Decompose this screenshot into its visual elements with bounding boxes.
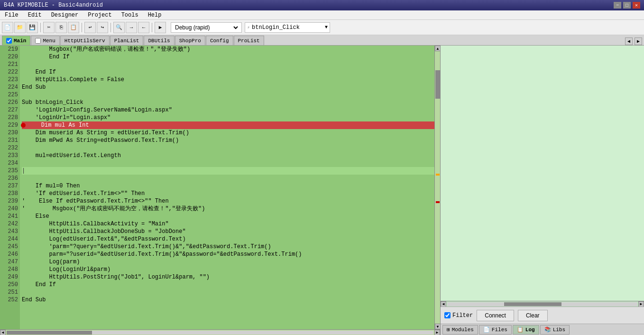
code-line-228[interactable]: 'LoginUrl="Login.aspx" bbox=[22, 114, 434, 121]
menu-help[interactable]: Help bbox=[145, 11, 165, 19]
code-line-243[interactable]: HttpUtils.CallbackJobDoneSub = "JobDone" bbox=[22, 228, 434, 235]
scroll-down-button[interactable]: ▼ bbox=[435, 324, 440, 329]
tab-planlist[interactable]: PlanList bbox=[110, 36, 144, 45]
code-line-227[interactable]: 'LoginUrl=Config.ServerName&"Login.aspx" bbox=[22, 106, 434, 114]
indent-button[interactable]: → bbox=[126, 22, 137, 33]
code-line-229[interactable]: Dim mul As Int bbox=[22, 121, 434, 129]
paste-button[interactable]: 📋 bbox=[68, 22, 79, 33]
outdent-button[interactable]: ← bbox=[138, 22, 149, 33]
hscroll-right-button[interactable]: ▶ bbox=[434, 330, 440, 335]
hscroll-left-button[interactable]: ◀ bbox=[0, 330, 6, 335]
code-line-250[interactable]: End If bbox=[22, 281, 434, 288]
log-tab-modules[interactable]: ⊞ Modules bbox=[442, 325, 478, 335]
code-line-224[interactable]: End Sub bbox=[22, 84, 434, 91]
log-hscroll-left[interactable]: ◀ bbox=[441, 301, 446, 307]
tab-prev-button[interactable]: ◀ bbox=[625, 37, 633, 45]
code-line-239[interactable]: ' Else If edtPassword.Text.Trim<>"" Then bbox=[22, 197, 434, 205]
undo-button[interactable]: ↩ bbox=[84, 22, 96, 33]
run-button[interactable]: ▶ bbox=[155, 22, 166, 33]
code-line-235[interactable]: | bbox=[22, 167, 434, 175]
code-content[interactable]: Msgbox("用户名或密码错误，请检查！","登录失败") End If En… bbox=[20, 46, 434, 329]
code-line-222[interactable]: End If bbox=[22, 68, 434, 76]
red-scroll-marker bbox=[436, 201, 440, 203]
code-line-245[interactable]: 'parm="?query="&edtUserid.Text.Trim()&",… bbox=[22, 243, 434, 251]
tab-dbutils[interactable]: DBUtils bbox=[144, 36, 174, 45]
close-button[interactable]: ✕ bbox=[633, 2, 640, 9]
code-line-251[interactable] bbox=[22, 288, 434, 296]
cut-button[interactable]: ✂ bbox=[43, 22, 55, 33]
editor-scrollbar[interactable]: ▲ ▼ bbox=[434, 46, 440, 329]
tab-main[interactable]: Main bbox=[2, 36, 30, 45]
code-line-249[interactable]: HttpUtils.PostString("Job1", LoginUrl&pa… bbox=[22, 273, 434, 281]
editor-hscroll[interactable]: ◀ ▶ bbox=[0, 329, 440, 335]
right-panel: ◀ ▶ Filter Connect Clear ⊞ Modules 📄 bbox=[440, 46, 644, 335]
line-number-230: 230 bbox=[0, 129, 18, 137]
menu-designer[interactable]: Designer bbox=[48, 11, 82, 19]
hscroll-track[interactable] bbox=[7, 331, 433, 335]
redo-button[interactable]: ↪ bbox=[97, 22, 108, 33]
filter-checkbox[interactable] bbox=[444, 312, 451, 318]
hscroll-thumb[interactable] bbox=[7, 331, 92, 335]
menu-edit[interactable]: Edit bbox=[25, 11, 45, 19]
code-line-219[interactable]: Msgbox("用户名或密码错误，请检查！","登录失败") bbox=[22, 46, 434, 53]
log-tab-log[interactable]: 📋 Log bbox=[513, 325, 539, 335]
log-hscroll-track[interactable] bbox=[447, 302, 637, 306]
code-line-240[interactable]: ' Msgbox("用户名或密码不能为空，请检查！","登录失败") bbox=[22, 205, 434, 213]
func-dropdown[interactable]: ⚡ btnLogin_Click ▼ bbox=[245, 22, 330, 33]
code-line-232[interactable] bbox=[22, 144, 434, 152]
menu-tools[interactable]: Tools bbox=[119, 11, 141, 19]
menu-project[interactable]: Project bbox=[85, 11, 114, 19]
code-line-231[interactable]: Dim mPwd As String=edtPassword.Text.Trim… bbox=[22, 137, 434, 144]
log-tab-libs[interactable]: 📚 Libs bbox=[540, 325, 570, 335]
code-line-246[interactable]: parm="?userid="&edtUserid.Text.Trim()&"&… bbox=[22, 251, 434, 258]
code-line-220[interactable]: End If bbox=[22, 53, 434, 61]
code-line-225[interactable] bbox=[22, 91, 434, 99]
tab-shoppro[interactable]: ShopPro bbox=[175, 36, 205, 45]
line-number-220: 220 bbox=[0, 53, 18, 61]
code-line-241[interactable]: Else bbox=[22, 213, 434, 220]
tab-httputils[interactable]: HttpUtilsServ bbox=[60, 36, 110, 45]
tab-menu-checkbox[interactable] bbox=[35, 38, 41, 44]
log-hscroll-right[interactable]: ▶ bbox=[638, 301, 644, 307]
code-line-230[interactable]: Dim muserid As String = edtUserid.Text.T… bbox=[22, 129, 434, 137]
code-line-244[interactable]: Log(edtUserid.Text&","&edtPassword.Text) bbox=[22, 235, 434, 243]
scroll-up-button[interactable]: ▲ bbox=[435, 46, 440, 51]
minimize-button[interactable]: − bbox=[614, 2, 621, 9]
code-line-248[interactable]: Log(LoginUrl&parm) bbox=[22, 266, 434, 273]
scroll-track[interactable] bbox=[435, 51, 440, 324]
log-hscroll[interactable]: ◀ ▶ bbox=[441, 301, 644, 307]
code-line-221[interactable] bbox=[22, 61, 434, 68]
code-line-226[interactable]: Sub btnLogin_Click bbox=[22, 99, 434, 106]
connect-button[interactable]: Connect bbox=[477, 310, 514, 321]
code-line-233[interactable]: mul=edtUserid.Text.Length bbox=[22, 152, 434, 159]
debug-select[interactable]: Debug (rapid) Debug (legacy) Release bbox=[173, 24, 239, 31]
new-button[interactable]: 📄 bbox=[2, 22, 13, 33]
code-line-242[interactable]: HttpUtils.CallbackActivity = "Main" bbox=[22, 220, 434, 228]
code-line-223[interactable]: HttpUtils.Complete = False bbox=[22, 76, 434, 84]
code-line-237[interactable]: If mul=0 Then bbox=[22, 182, 434, 190]
save-button[interactable]: 💾 bbox=[27, 22, 38, 33]
code-line-234[interactable] bbox=[22, 159, 434, 167]
clear-button[interactable]: Clear bbox=[518, 310, 548, 321]
maximize-button[interactable]: □ bbox=[623, 2, 631, 9]
code-area[interactable]: 2192202212222232242252262272282292302312… bbox=[0, 46, 440, 329]
debug-dropdown[interactable]: Debug (rapid) Debug (legacy) Release bbox=[171, 22, 242, 33]
copy-button[interactable]: ⎘ bbox=[55, 22, 67, 33]
code-line-252[interactable]: End Sub bbox=[22, 296, 434, 304]
code-line-238[interactable]: 'If edtUserid.Text.Trim<>"" Then bbox=[22, 190, 434, 197]
tab-next-button[interactable]: ▶ bbox=[635, 37, 642, 45]
line-number-249: 249 bbox=[0, 273, 18, 281]
log-tab-files[interactable]: 📄 Files bbox=[479, 325, 512, 335]
scroll-thumb[interactable] bbox=[435, 70, 440, 99]
code-line-236[interactable] bbox=[22, 175, 434, 182]
tab-config[interactable]: Config bbox=[206, 36, 233, 45]
log-area[interactable] bbox=[441, 46, 644, 301]
tab-menu[interactable]: Menu bbox=[31, 36, 59, 45]
code-line-247[interactable]: Log(parm) bbox=[22, 258, 434, 266]
menu-file[interactable]: File bbox=[2, 11, 21, 19]
log-hscroll-thumb[interactable] bbox=[504, 302, 561, 306]
find-button[interactable]: 🔍 bbox=[113, 22, 125, 33]
open-button[interactable]: 📁 bbox=[14, 22, 26, 33]
tab-main-checkbox[interactable] bbox=[6, 38, 12, 44]
tab-prolist[interactable]: ProList bbox=[234, 36, 264, 45]
